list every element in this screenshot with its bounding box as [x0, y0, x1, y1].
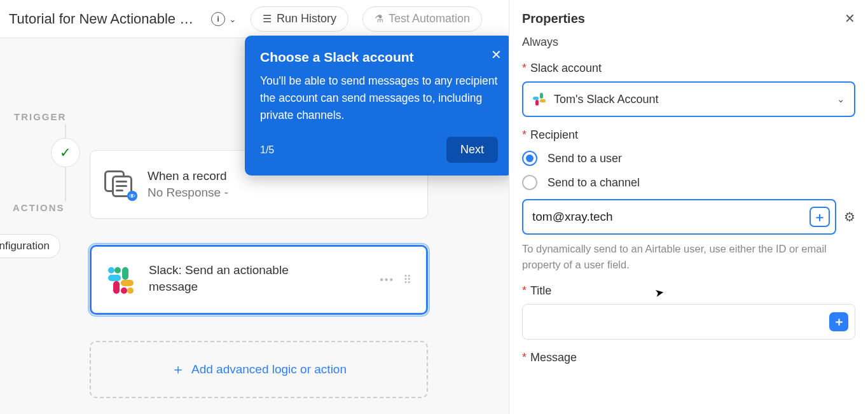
chevron-down-icon: ⌄: [229, 14, 237, 24]
plus-icon: ＋: [171, 360, 185, 379]
test-automation-button[interactable]: ⚗ Test Automation: [362, 6, 482, 32]
more-icon[interactable]: •••: [380, 274, 394, 286]
trigger-subtitle: No Response -: [148, 186, 415, 200]
automation-title: Tutorial for New Actionable M…: [9, 11, 200, 27]
recipient-helper-text: To dynamically send to an Airtable user,…: [522, 241, 855, 273]
list-icon: ☰: [263, 13, 272, 25]
popover-step-counter: 1/5: [260, 144, 274, 156]
recipient-label: *Recipient: [522, 128, 855, 142]
connector-line: [65, 124, 66, 139]
next-button[interactable]: Next: [446, 137, 498, 163]
connector-line: [65, 167, 66, 202]
action-title-line1: Slack: Send an actionable: [149, 263, 368, 277]
actions-section-label: ACTIONS: [13, 202, 65, 213]
radio-icon: [522, 151, 537, 166]
title-label: *Title: [522, 284, 855, 298]
condition-label: Always: [522, 36, 855, 49]
run-history-button[interactable]: ☰ Run History: [251, 6, 348, 32]
recipient-radio-channel[interactable]: Send to a channel: [522, 175, 855, 190]
view-icon: 👁: [103, 168, 136, 201]
flask-icon: ⚗: [375, 13, 383, 25]
info-dropdown[interactable]: i ⌄: [211, 12, 237, 26]
slack-icon: [104, 263, 137, 296]
chevron-down-icon: ⌄: [837, 93, 845, 105]
slack-account-select[interactable]: Tom's Slack Account ⌄: [522, 81, 855, 117]
insert-token-button[interactable]: ＋: [829, 312, 848, 331]
slack-icon: [532, 92, 546, 106]
recipient-input[interactable]: tom@xray.tech ＋: [522, 199, 836, 235]
configuration-pill[interactable]: onfiguration: [0, 234, 60, 258]
slack-account-value: Tom's Slack Account: [554, 93, 829, 106]
radio-channel-label: Send to a channel: [548, 176, 640, 190]
close-icon[interactable]: ✕: [491, 47, 502, 62]
close-icon[interactable]: ✕: [844, 11, 855, 26]
popover-body: You'll be able to send messages to any r…: [260, 72, 498, 124]
trigger-status-check-icon: ✓: [51, 138, 80, 167]
info-icon: i: [211, 12, 225, 26]
slack-account-label: *Slack account: [522, 62, 855, 75]
popover-title: Choose a Slack account: [260, 50, 498, 65]
properties-panel: Properties ✕ Always *Slack account Tom's…: [509, 0, 868, 414]
gear-icon[interactable]: ⚙: [844, 209, 855, 224]
radio-icon: [522, 175, 537, 190]
add-action-button[interactable]: ＋ Add advanced logic or action: [90, 341, 428, 398]
test-automation-label: Test Automation: [389, 12, 470, 25]
recipient-radio-user[interactable]: Send to a user: [522, 151, 855, 166]
recipient-value: tom@xray.tech: [532, 210, 809, 224]
drag-handle-icon[interactable]: ⠿: [403, 273, 413, 287]
panel-title: Properties: [522, 11, 585, 26]
action-card-slack[interactable]: Slack: Send an actionable message ••• ⠿: [90, 245, 428, 315]
run-history-label: Run History: [277, 12, 336, 25]
message-label: *Message: [522, 351, 855, 364]
action-title-line2: message: [149, 280, 368, 294]
radio-user-label: Send to a user: [548, 152, 622, 165]
add-action-label: Add advanced logic or action: [191, 362, 347, 376]
onboarding-popover: ✕ Choose a Slack account You'll be able …: [245, 36, 513, 176]
trigger-section-label: TRIGGER: [14, 111, 66, 122]
insert-token-button[interactable]: ＋: [809, 207, 830, 227]
title-input[interactable]: ＋: [522, 304, 855, 340]
